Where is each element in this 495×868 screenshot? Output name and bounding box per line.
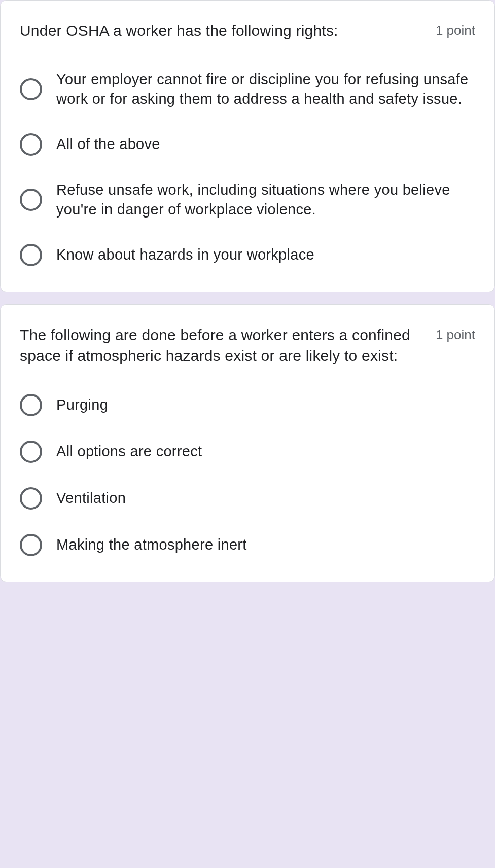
option-row[interactable]: All of the above [20,133,475,156]
radio-unchecked-icon[interactable] [20,487,42,510]
option-label: Know about hazards in your workplace [56,245,314,265]
option-row[interactable]: Ventilation [20,487,475,510]
option-label: Refuse unsafe work, including situations… [56,180,475,220]
radio-unchecked-icon[interactable] [20,189,42,211]
option-row[interactable]: All options are correct [20,441,475,463]
option-label: Purging [56,395,108,415]
radio-unchecked-icon[interactable] [20,394,42,416]
option-label: Ventilation [56,488,126,508]
options-list: Your employer cannot fire or discipline … [20,69,475,267]
option-label: All options are correct [56,442,202,461]
option-row[interactable]: Know about hazards in your workplace [20,244,475,266]
question-card: Under OSHA a worker has the following ri… [0,0,495,292]
radio-unchecked-icon[interactable] [20,133,42,156]
radio-unchecked-icon[interactable] [20,244,42,266]
option-row[interactable]: Your employer cannot fire or discipline … [20,69,475,109]
question-title: Under OSHA a worker has the following ri… [20,21,420,42]
radio-unchecked-icon[interactable] [20,534,42,556]
points-label: 1 point [436,327,475,343]
radio-unchecked-icon[interactable] [20,441,42,463]
option-label: Your employer cannot fire or discipline … [56,69,475,109]
question-header: The following are done before a worker e… [20,325,475,366]
option-label: Making the atmosphere inert [56,535,247,555]
option-row[interactable]: Purging [20,394,475,416]
option-row[interactable]: Refuse unsafe work, including situations… [20,180,475,220]
radio-unchecked-icon[interactable] [20,78,42,100]
question-title: The following are done before a worker e… [20,325,420,366]
options-list: Purging All options are correct Ventilat… [20,394,475,556]
option-label: All of the above [56,134,160,154]
question-header: Under OSHA a worker has the following ri… [20,21,475,42]
points-label: 1 point [436,23,475,39]
option-row[interactable]: Making the atmosphere inert [20,534,475,556]
question-card: The following are done before a worker e… [0,304,495,582]
